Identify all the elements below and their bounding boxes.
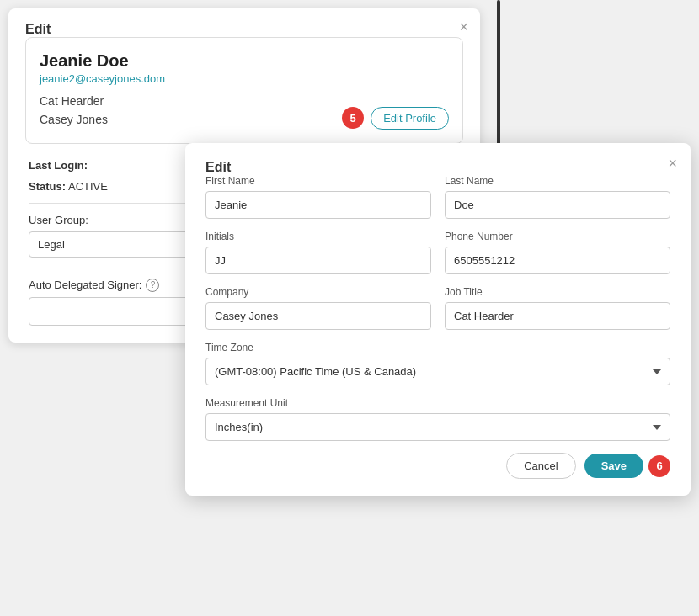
initials-input[interactable] [205, 247, 431, 274]
status-value: ACTIVE [68, 180, 108, 193]
name-row: First Name Last Name [205, 175, 670, 219]
fg-modal-title: Edit [205, 160, 231, 174]
profile-name: Jeanie Doe [40, 51, 449, 71]
fg-modal-footer: Cancel Save 6 [205, 453, 670, 479]
initials-group: Initials [205, 231, 431, 274]
edit-profile-button[interactable]: Edit Profile [371, 107, 449, 130]
job-title-input[interactable] [445, 302, 670, 330]
cancel-button[interactable]: Cancel [506, 453, 575, 479]
first-name-group: First Name [205, 175, 431, 219]
first-name-label: First Name [205, 175, 431, 187]
bg-modal-close-button[interactable]: × [459, 19, 468, 36]
save-btn-wrap: Save 6 [584, 454, 670, 478]
job-title-label: Job Title [445, 286, 670, 298]
initials-label: Initials [205, 231, 431, 242]
save-button[interactable]: Save [584, 454, 643, 478]
initials-phone-row: Initials Phone Number [205, 231, 670, 274]
last-name-input[interactable] [445, 191, 670, 219]
profile-email: jeanie2@caseyjones.dom [40, 72, 449, 85]
edit-profile-btn-area: 5 Edit Profile [342, 107, 449, 130]
company-label: Company [205, 286, 431, 298]
phone-input[interactable] [445, 247, 670, 274]
bg-modal-title: Edit [25, 22, 51, 36]
last-name-group: Last Name [445, 175, 670, 219]
fg-modal-close-button[interactable]: × [668, 155, 677, 173]
measurement-group: Measurement Unit Inches(in) [205, 397, 670, 441]
status-label: Status: [29, 180, 66, 193]
measurement-label: Measurement Unit [205, 397, 670, 409]
help-icon[interactable]: ? [146, 279, 159, 292]
badge-6: 6 [648, 455, 670, 477]
first-name-input[interactable] [205, 191, 431, 219]
badge-5: 5 [342, 107, 364, 129]
last-name-label: Last Name [445, 175, 670, 187]
timezone-select[interactable]: (GMT-08:00) Pacific Time (US & Canada) [205, 358, 670, 385]
user-group-value: Legal [29, 231, 197, 258]
company-group: Company [205, 286, 431, 330]
job-title-group: Job Title [445, 286, 670, 330]
timezone-label: Time Zone [205, 342, 670, 353]
fg-edit-modal: Edit × First Name Last Name Initials Pho… [185, 143, 691, 496]
timezone-group: Time Zone (GMT-08:00) Pacific Time (US &… [205, 342, 670, 385]
measurement-select[interactable]: Inches(in) [205, 413, 670, 441]
last-login-label: Last Login: [29, 159, 88, 172]
phone-label: Phone Number [445, 231, 670, 242]
phone-group: Phone Number [445, 231, 670, 274]
auto-delegated-input[interactable] [29, 297, 197, 326]
company-job-row: Company Job Title [205, 286, 670, 330]
company-input[interactable] [205, 302, 431, 330]
profile-card: Jeanie Doe jeanie2@caseyjones.dom Cat He… [25, 37, 463, 144]
